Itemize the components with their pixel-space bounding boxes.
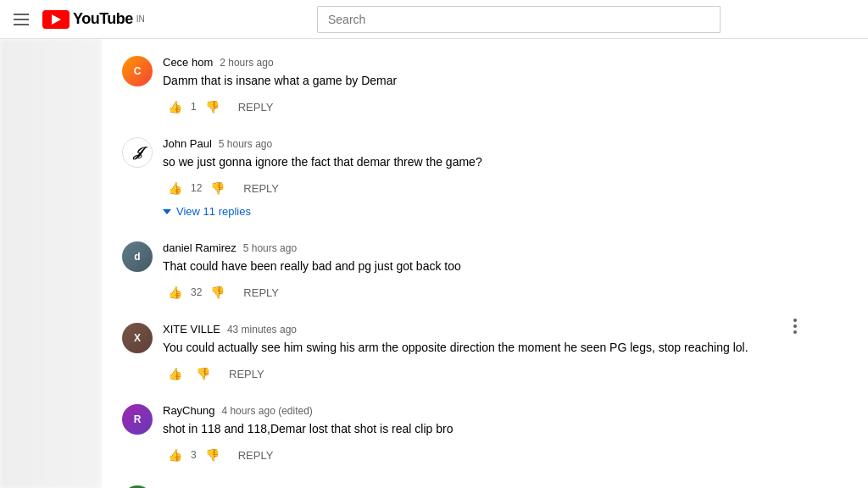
comment-actions: 👍 3 👎 REPLY [163,445,800,465]
avatar: d [122,241,153,272]
comment-item: R RayChung 4 hours ago (edited) shot in … [122,394,800,475]
comment-header: RayChung 4 hours ago (edited) [163,404,800,417]
comment-header: Cece hom 2 hours ago [163,56,800,69]
avatar: R [122,404,153,435]
header-left: YouTubeIN [14,10,183,29]
youtube-logo[interactable]: YouTubeIN [42,10,145,29]
reply-button[interactable]: REPLY [222,364,271,384]
like-button[interactable]: 👍 [163,363,187,384]
comment-body: John Paul 5 hours ago so we just gonna i… [163,137,800,221]
comment-text: That could have been really bad and pg j… [163,258,800,275]
like-button[interactable]: 👍 [163,282,187,302]
dislike-button[interactable]: 👎 [205,178,230,198]
comment-time: 43 minutes ago [227,324,297,336]
comment-item: a andrewiskb24 2 hours ago I thought the… [122,475,800,488]
dislike-button[interactable]: 👎 [200,97,225,117]
search-container [183,6,854,33]
comment-item: C Cece hom 2 hours ago Damm that is insa… [122,46,800,127]
thumbs-down-icon: 👎 [205,448,220,462]
view-replies-label: View 11 replies [176,205,251,218]
comment-item: 𝒥 John Paul 5 hours ago so we just gonna… [122,127,800,231]
like-button[interactable]: 👍 [163,97,187,117]
header: YouTubeIN [0,0,868,39]
chevron-down-icon [163,209,171,214]
thumbs-up-icon: 👍 [168,100,182,114]
comment-author: XITE VILLE [163,323,220,336]
comment-time: 2 hours ago [220,57,273,69]
view-replies-button[interactable]: View 11 replies [163,202,800,221]
comment-author: RayChung [163,404,214,417]
thumbs-down-icon: 👎 [210,181,225,195]
thumbs-down-icon: 👎 [210,286,225,299]
comment-author: Cece hom [163,56,213,69]
avatar: C [122,56,153,86]
search-input[interactable] [318,7,720,32]
comment-text: You could actually see him swing his arm… [163,339,800,357]
thumbs-down-icon: 👎 [196,367,210,380]
like-count: 12 [191,182,202,194]
country-code: IN [136,14,145,24]
youtube-icon [42,10,70,29]
comments-section: C Cece hom 2 hours ago Damm that is insa… [102,39,868,488]
thumbs-up-icon: 👍 [168,181,182,195]
comment-actions: 👍 👎 REPLY [163,363,800,384]
youtube-wordmark: YouTube [73,10,133,28]
comment-time: 4 hours ago (edited) [221,405,312,417]
comment-time: 5 hours ago [243,242,297,254]
comment-list: C Cece hom 2 hours ago Damm that is insa… [122,46,800,488]
like-button[interactable]: 👍 [163,178,187,198]
like-count: 3 [191,449,197,461]
search-bar [317,6,721,33]
thumbs-up-icon: 👍 [168,367,182,380]
comment-header: XITE VILLE 43 minutes ago [163,323,800,336]
comment-text: shot in 118 and 118,Demar lost that shot… [163,420,800,438]
comment-author: daniel Ramirez [163,241,236,254]
comment-text: Damm that is insane what a game by Demar [163,72,800,90]
thumbs-up-icon: 👍 [168,286,182,299]
comment-actions: 👍 1 👎 REPLY [163,97,800,117]
reply-button[interactable]: REPLY [231,97,281,117]
thumbs-up-icon: 👍 [168,448,182,462]
more-options-button[interactable] [790,312,800,341]
thumbs-down-icon: 👎 [205,100,220,114]
comment-author: John Paul [163,137,212,150]
dislike-button[interactable]: 👎 [205,282,230,302]
comment-header: daniel Ramirez 5 hours ago [163,241,800,254]
hamburger-menu[interactable] [14,14,29,25]
content-area: C Cece hom 2 hours ago Damm that is insa… [0,39,868,488]
comment-item: d daniel Ramirez 5 hours ago That could … [122,231,800,313]
avatar: X [122,323,153,353]
comment-time: 5 hours ago [219,138,272,150]
sidebar [0,39,102,488]
reply-button[interactable]: REPLY [231,446,281,465]
dislike-button[interactable]: 👎 [200,445,225,465]
like-count: 32 [191,286,202,298]
comment-actions: 👍 32 👎 REPLY [163,282,800,302]
comment-body: Cece hom 2 hours ago Damm that is insane… [163,56,800,117]
juve-logo-text: 𝒥 [134,145,141,160]
like-button[interactable]: 👍 [163,445,187,465]
avatar: 𝒥 [122,137,153,168]
comment-item: X XITE VILLE 43 minutes ago You could ac… [122,313,800,394]
comment-body: RayChung 4 hours ago (edited) shot in 11… [163,404,800,465]
comment-text: so we just gonna ignore the fact that de… [163,153,800,171]
comment-header: John Paul 5 hours ago [163,137,800,150]
reply-button[interactable]: REPLY [236,283,286,302]
comment-body: daniel Ramirez 5 hours ago That could ha… [163,241,800,302]
comment-body: XITE VILLE 43 minutes ago You could actu… [163,323,800,384]
like-count: 1 [191,101,197,113]
comment-actions: 👍 12 👎 REPLY [163,178,800,198]
dislike-button[interactable]: 👎 [191,363,215,384]
reply-button[interactable]: REPLY [236,179,286,198]
